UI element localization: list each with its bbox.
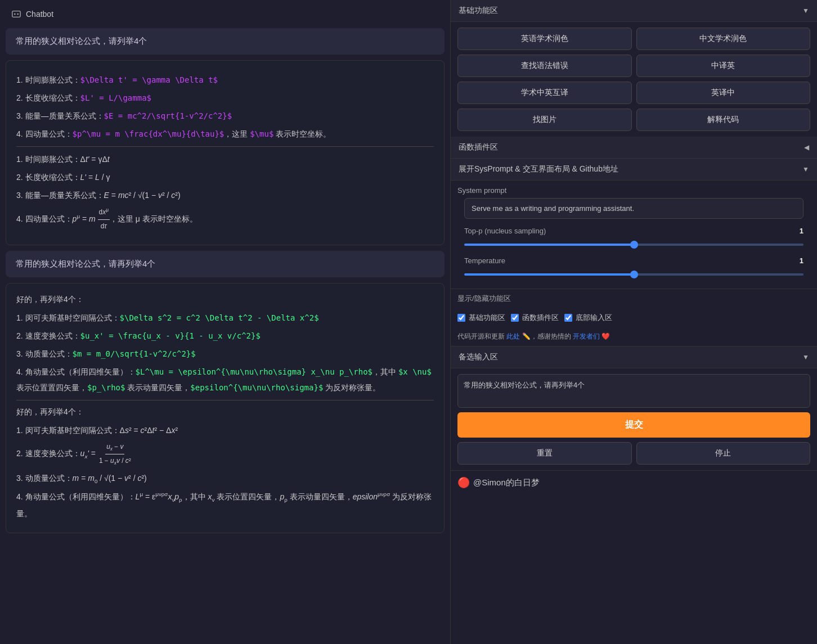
top-p-slider[interactable]	[464, 244, 803, 246]
plugin-section-label: 函数插件区	[459, 142, 498, 152]
checkbox-bottom-input[interactable]	[564, 314, 572, 322]
divider-2	[16, 400, 434, 400]
checkbox-basic[interactable]: 基础功能区	[457, 313, 505, 323]
temperature-value: 1	[800, 256, 803, 265]
ai-message-1: 1. 时间膨胀公式：$\Delta t' = \gamma \Delta t$ …	[6, 60, 445, 245]
rendered2-line-2: 2. 速度变换公式：ux' = ux − v1 − uxv / c²	[16, 440, 434, 468]
system-prompt-value: Serve me as a writing and programming as…	[464, 198, 803, 219]
rendered-line-4: 4. 四动量公式：pμ = m dxμdτ，这里 μ 表示时空坐标。	[16, 205, 434, 233]
submit-button[interactable]: 提交	[457, 412, 810, 438]
visibility-checkboxes: 基础功能区 函数插件区 底部输入区	[451, 308, 817, 327]
plugin-section-header[interactable]: 函数插件区 ◀	[451, 137, 817, 159]
basic-section-toggle-icon: ▼	[802, 7, 809, 15]
latex-line-4: 4. 四动量公式：$p^\mu = m \frac{dx^\mu}{d\tau}…	[16, 126, 434, 142]
temperature-slider[interactable]	[464, 273, 803, 276]
alt-input-toggle-icon: ▼	[802, 353, 809, 361]
credit-text-middle: ✏️，感谢热情的	[522, 332, 571, 340]
svg-point-2	[17, 13, 19, 15]
btn-chinese-polish[interactable]: 中文学术润色	[636, 28, 811, 50]
checkbox-plugin-label: 函数插件区	[522, 313, 559, 323]
checkbox-basic-label: 基础功能区	[469, 313, 505, 323]
basic-section-header[interactable]: 基础功能区 ▼	[451, 0, 817, 22]
btn-en-to-zh[interactable]: 英译中	[636, 82, 811, 104]
ai-intro: 好的，再列举4个：	[16, 292, 434, 307]
title-bar: Chatbot	[6, 6, 445, 22]
divider-1	[16, 146, 434, 147]
rendered2-line-1: 1. 闵可夫斯基时空间隔公式：Δs² = c²Δt² − Δx²	[16, 422, 434, 438]
watermark-text: @Simon的白日梦	[473, 478, 540, 488]
credit-heart: ❤️	[601, 332, 610, 340]
btn-zh-to-en[interactable]: 中译英	[636, 55, 811, 77]
visibility-label: 显示/隐藏功能区	[451, 289, 817, 308]
user-message-1-text: 常用的狭义相对论公式，请列举4个	[16, 36, 147, 46]
contributors-link[interactable]: 开发者们	[573, 332, 600, 340]
alt-input-section-header[interactable]: 备选输入区 ▼	[451, 346, 817, 368]
latex2-line-4: 4. 角动量公式（利用四维矢量）：$L^\mu = \epsilon^{\mu\…	[16, 364, 434, 395]
temperature-label-row: Temperature 1	[457, 253, 810, 267]
bottom-buttons: 重置 停止	[451, 442, 817, 470]
stop-button[interactable]: 停止	[636, 442, 811, 465]
rendered-line-3: 3. 能量—质量关系公式：E = mc² / √(1 − v² / c²)	[16, 187, 434, 203]
plugin-section-toggle-icon: ◀	[804, 143, 809, 151]
top-p-slider-container	[457, 237, 810, 253]
rendered2-line-4: 4. 角动量公式（利用四维矢量）：Lμ = εμνρσxνpρ，其中 xν 表示…	[16, 489, 434, 521]
sysprompt-content: System prompt Serve me as a writing and …	[451, 181, 817, 289]
top-p-label-row: Top-p (nucleus sampling) 1	[457, 223, 810, 237]
weibo-icon: 🔴	[457, 476, 470, 489]
svg-rect-0	[12, 11, 20, 17]
latex-line-1: 1. 时间膨胀公式：$\Delta t' = \gamma \Delta t$	[16, 72, 434, 88]
btn-grammar-check[interactable]: 查找语法错误	[457, 55, 632, 77]
temperature-label: Temperature	[464, 256, 505, 265]
user-message-2: 常用的狭义相对论公式，请再列举4个	[6, 251, 445, 277]
temperature-slider-container	[457, 267, 810, 283]
reset-button[interactable]: 重置	[457, 442, 632, 465]
btn-english-polish[interactable]: 英语学术润色	[457, 28, 632, 50]
checkbox-plugin-input[interactable]	[511, 314, 519, 322]
credit-text-before: 代码开源和更新	[457, 332, 505, 340]
credit-link[interactable]: 此处	[506, 332, 520, 340]
watermark: 🔴 @Simon的白日梦	[451, 470, 817, 494]
latex2-line-1: 1. 闵可夫斯基时空间隔公式：$\Delta s^2 = c^2 \Delta …	[16, 310, 434, 326]
ai-message-2: 好的，再列举4个： 1. 闵可夫斯基时空间隔公式：$\Delta s^2 = c…	[6, 283, 445, 533]
latex2-line-3: 3. 动质量公式：$m = m_0/\sqrt{1-v^2/c^2}$	[16, 346, 434, 362]
user-message-1: 常用的狭义相对论公式，请列举4个	[6, 28, 445, 55]
right-panel: 基础功能区 ▼ 英语学术润色 中文学术润色 查找语法错误 中译英 学术中英互译 …	[450, 0, 817, 644]
top-p-value: 1	[800, 227, 803, 235]
btn-find-image[interactable]: 找图片	[457, 109, 632, 131]
rendered-line-1: 1. 时间膨胀公式：Δt' = γΔt	[16, 151, 434, 167]
alt-input-label: 备选输入区	[459, 352, 498, 362]
user-message-2-text: 常用的狭义相对论公式，请再列举4个	[16, 259, 155, 268]
basic-section-label: 基础功能区	[459, 6, 498, 16]
rendered2-line-3: 3. 动质量公式：m = m0 / √(1 − v² / c²)	[16, 470, 434, 487]
checkbox-bottom-label: 底部输入区	[576, 313, 612, 323]
chat-panel: Chatbot 常用的狭义相对论公式，请列举4个 1. 时间膨胀公式：$\Del…	[0, 0, 450, 644]
svg-point-1	[14, 13, 16, 15]
sysprompt-section-header[interactable]: 展开SysPrompt & 交互界面布局 & Github地址 ▼	[451, 159, 817, 181]
latex-line-3: 3. 能量—质量关系公式：$E = mc^2/\sqrt{1-v^2/c^2}$	[16, 108, 434, 124]
checkbox-plugin[interactable]: 函数插件区	[511, 313, 559, 323]
btn-academic-trans[interactable]: 学术中英互译	[457, 82, 632, 104]
sysprompt-section-toggle-icon: ▼	[802, 165, 809, 173]
system-prompt-label: System prompt	[457, 186, 810, 195]
sysprompt-section-label: 展开SysPrompt & 交互界面布局 & Github地址	[459, 164, 618, 174]
latex-line-2: 2. 长度收缩公式：$L' = L/\gamma$	[16, 90, 434, 106]
checkbox-bottom[interactable]: 底部输入区	[564, 313, 612, 323]
btn-explain-code[interactable]: 解释代码	[636, 109, 811, 131]
credit-line: 代码开源和更新 此处 ✏️，感谢热情的 开发者们 ❤️	[451, 327, 817, 346]
ai-intro-2: 好的，再列举4个：	[16, 405, 434, 419]
checkbox-basic-input[interactable]	[457, 314, 465, 322]
rendered-line-2: 2. 长度收缩公式：L' = L / γ	[16, 169, 434, 185]
chatbot-icon	[11, 9, 21, 19]
top-p-label: Top-p (nucleus sampling)	[464, 227, 546, 235]
app-title: Chatbot	[26, 10, 53, 19]
alt-input-textarea[interactable]: 常用的狭义相对论公式，请再列举4个	[457, 374, 810, 408]
basic-buttons-grid: 英语学术润色 中文学术润色 查找语法错误 中译英 学术中英互译 英译中 找图片 …	[451, 22, 817, 137]
latex2-line-2: 2. 速度变换公式：$u_x' = \frac{u_x - v}{1 - u_x…	[16, 328, 434, 344]
